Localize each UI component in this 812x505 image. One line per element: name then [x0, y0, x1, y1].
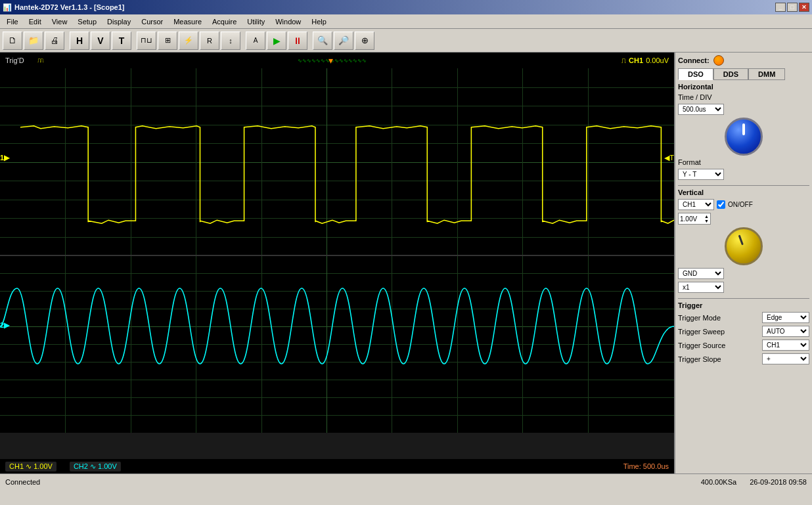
ch1-bottom-label: CH1	[9, 462, 24, 470]
trigger-slope-select[interactable]: + -	[762, 353, 809, 364]
titlebar-controls: _ □ ✕	[775, 3, 809, 12]
time-bottom-display: Time: 500.0us	[623, 462, 669, 470]
ch1-waveform	[0, 68, 674, 255]
vertical-title: Vertical	[678, 188, 809, 196]
coupling-select[interactable]: GND DC AC	[678, 268, 724, 279]
connect-row: Connect:	[678, 55, 809, 66]
toolbar-measure[interactable]: ⚡	[179, 32, 198, 50]
menu-display[interactable]: Display	[102, 16, 136, 27]
ch1-voltage-display: 0.00uV	[646, 56, 669, 64]
menu-utility[interactable]: Utility	[242, 16, 270, 27]
volt-value: 1.00V	[680, 215, 697, 223]
ch2-waveform	[0, 255, 674, 433]
toolbar-h[interactable]: H	[70, 32, 89, 50]
tab-dds[interactable]: DDS	[713, 68, 748, 80]
tab-row: DSO DDS DMM	[678, 68, 809, 80]
scope-wrapper: Trig'D ⎍⎍ ∿∿∿∿∿∿∿∿∿∿∿∿∿∿∿ ▾ ⎍ CH1 0.00uV	[0, 53, 674, 473]
volt-spinbox[interactable]: 1.00V ▲ ▼	[678, 213, 711, 225]
vertical-ch-row: CH1 CH2 ON/OFF	[678, 199, 809, 210]
toolbar-export[interactable]: ⊕	[355, 32, 374, 50]
close-button[interactable]: ✕	[799, 3, 809, 12]
ch1-bottom-arrow: ∿	[26, 462, 32, 470]
toolbar-grid[interactable]: ⊞	[158, 32, 177, 50]
toolbar-print[interactable]: 🖨	[45, 32, 64, 50]
toolbar-run[interactable]: ▶	[267, 32, 286, 50]
trigger-sweep-row: Trigger Sweep AUTO NORMAL SINGLE	[678, 326, 809, 337]
toolbar-reset[interactable]: R	[200, 32, 219, 50]
coupling-row: GND DC AC	[678, 268, 809, 279]
ch2-bottom-label: CH2	[74, 462, 88, 470]
menu-edit[interactable]: Edit	[24, 16, 47, 27]
horizontal-section: Horizontal Time / DIV 500.0us 100us 200u…	[678, 83, 809, 180]
volt-down[interactable]: ▼	[704, 219, 709, 223]
trigger-mode-select[interactable]: Edge Pulse Video Slope	[762, 312, 809, 323]
trigger-section: Trigger Trigger Mode Edge Pulse Video Sl…	[678, 301, 809, 364]
ch1-bottom-voltage: 1.00V	[34, 462, 53, 470]
trigger-title: Trigger	[678, 301, 809, 309]
scope-display[interactable]: 1▶ ◀T	[0, 68, 674, 459]
ch1-info: ⎍ CH1 0.00uV	[621, 56, 669, 64]
app-title: Hantek-2D72 Ver1.1.3 - [Scope1]	[14, 3, 125, 11]
toolbar-stop[interactable]: ⏸	[288, 32, 307, 50]
format-select-row: Y - T X - Y Roll	[678, 169, 809, 180]
status-left: Connected	[5, 478, 40, 486]
menu-file[interactable]: File	[1, 16, 24, 27]
trigger-position-marker: ▾	[328, 55, 333, 66]
menubar: File Edit View Setup Display Cursor Meas…	[0, 14, 812, 29]
channel-select[interactable]: CH1 CH2	[678, 199, 714, 210]
time-div-knob[interactable]	[725, 118, 763, 156]
volt-up[interactable]: ▲	[704, 214, 709, 219]
ch2-bottom-arrow: ∿	[90, 462, 96, 470]
menu-cursor[interactable]: Cursor	[136, 16, 168, 27]
toolbar-zoom-in[interactable]: 🔍	[313, 32, 332, 50]
time-div-row: Time / DIV	[678, 93, 809, 101]
toolbar-cursor[interactable]: ↕	[221, 32, 240, 50]
volt-arrows: ▲ ▼	[704, 214, 709, 223]
menu-help[interactable]: Help	[306, 16, 332, 27]
format-select[interactable]: Y - T X - Y Roll	[678, 169, 724, 180]
menu-acquire[interactable]: Acquire	[207, 16, 242, 27]
volt-div-row: 1.00V ▲ ▼	[678, 213, 809, 225]
status-bar: Connected 400.00KSa 26-09-2018 09:58	[0, 473, 812, 489]
toolbar-zoom-out[interactable]: 🔎	[334, 32, 353, 50]
ch-arrow-icon: ⎍	[621, 56, 626, 64]
connected-status: Connected	[5, 478, 40, 486]
trigger-source-select[interactable]: CH1 CH2 EXT	[762, 340, 809, 351]
ch1-label: CH1	[629, 56, 643, 64]
right-panel: Connect: DSO DDS DMM Horizontal Time / D…	[674, 53, 812, 473]
volt-knob[interactable]	[725, 227, 763, 265]
ch2-bottom-voltage: 1.00V	[98, 462, 117, 470]
toolbar-new[interactable]: 🗋	[3, 32, 22, 50]
onoff-row: ON/OFF	[717, 200, 753, 209]
trigger-source-row: Trigger Source CH1 CH2 EXT	[678, 340, 809, 351]
ch-bottom-bar: CH1 ∿ 1.00V CH2 ∿ 1.00V Time: 500.0us	[0, 459, 674, 473]
probe-select[interactable]: x1 x10 x100	[678, 282, 724, 293]
onoff-checkbox[interactable]	[717, 200, 725, 209]
toolbar-pulse[interactable]: ⊓⊔	[137, 32, 156, 50]
maximize-button[interactable]: □	[787, 3, 798, 12]
ch1-bottom-info: CH1 ∿ 1.00V	[5, 462, 56, 472]
toolbar: 🗋 📁 🖨 H V T ⊓⊔ ⊞ ⚡ R ↕ A ▶ ⏸ 🔍 🔎 ⊕	[0, 29, 812, 53]
menu-setup[interactable]: Setup	[72, 16, 102, 27]
menu-measure[interactable]: Measure	[168, 16, 207, 27]
trigger-mode-label: Trigger Mode	[678, 314, 721, 322]
trigger-slope-label: Trigger Slope	[678, 355, 721, 363]
waveform-divider	[0, 255, 674, 256]
tab-dmm[interactable]: DMM	[748, 68, 785, 80]
toolbar-open[interactable]: 📁	[24, 32, 43, 50]
trigger-sweep-select[interactable]: AUTO NORMAL SINGLE	[762, 326, 809, 337]
toolbar-v[interactable]: V	[91, 32, 110, 50]
toolbar-t[interactable]: T	[112, 32, 131, 50]
toolbar-auto[interactable]: A	[246, 32, 265, 50]
vertical-section: Vertical CH1 CH2 ON/OFF 1.00V	[678, 188, 809, 293]
format-row: Format	[678, 158, 809, 166]
ch2-waveform-area: 2▶	[0, 255, 674, 433]
trigger-slope-row: Trigger Slope + -	[678, 353, 809, 364]
panel-divider2	[678, 298, 809, 299]
app-icon: 📊	[3, 3, 12, 12]
menu-window[interactable]: Window	[270, 16, 306, 27]
time-div-select[interactable]: 500.0us 100us 200us 1ms 2ms 5ms	[678, 104, 724, 115]
menu-view[interactable]: View	[47, 16, 73, 27]
tab-dso[interactable]: DSO	[678, 68, 713, 80]
minimize-button[interactable]: _	[775, 3, 786, 12]
